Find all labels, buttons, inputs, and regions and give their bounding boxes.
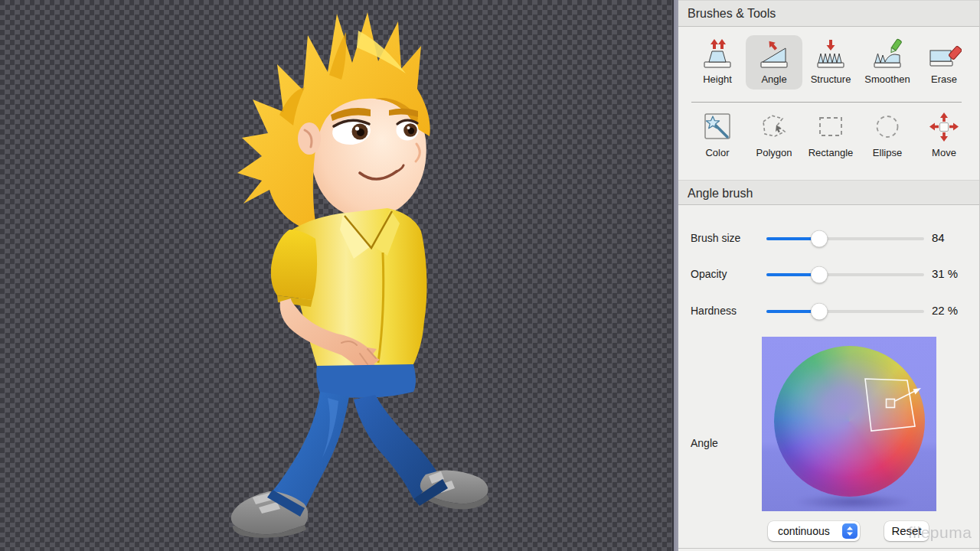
tool-height[interactable]: Height <box>689 35 746 90</box>
tool-ellipse[interactable]: Ellipse <box>859 109 916 163</box>
opacity-value: 31 % <box>932 267 958 280</box>
app-window: Brushes & Tools Height <box>0 0 980 551</box>
tool-label: Polygon <box>756 147 792 158</box>
tool-color[interactable]: Color <box>689 109 746 163</box>
slider-thumb[interactable] <box>812 304 828 320</box>
tool-rows-divider <box>691 102 962 103</box>
angle-slope-icon <box>756 38 792 72</box>
angle-brush-title: Angle brush <box>688 187 753 200</box>
tool-rectangle[interactable]: Rectangle <box>802 109 859 163</box>
brush-size-row: Brush size 84 <box>678 229 980 249</box>
tools-panel: Brushes & Tools Height <box>678 0 980 551</box>
character-illustration <box>0 0 672 551</box>
tool-label: Smoothen <box>864 73 910 85</box>
structure-zigzag-icon <box>813 38 848 72</box>
opacity-slider[interactable] <box>766 273 924 276</box>
angle-sphere-widget[interactable] <box>762 337 936 511</box>
select-stepper-icon <box>842 523 858 539</box>
selection-tool-row: Color Polygon Rectangle Ellipse <box>689 109 972 163</box>
slider-thumb[interactable] <box>812 231 828 247</box>
opacity-label: Opacity <box>691 268 727 280</box>
eraser-icon <box>926 38 962 72</box>
tool-angle[interactable]: Angle <box>746 35 802 90</box>
tool-label: Ellipse <box>873 147 902 158</box>
brush-tool-row: Height Angle Structure <box>689 35 972 90</box>
brush-size-label: Brush size <box>691 232 740 244</box>
panel-bottom-divider <box>678 548 979 549</box>
tool-label: Erase <box>931 73 957 85</box>
hardness-slider[interactable] <box>766 310 924 313</box>
angle-mode-value: continuous <box>778 525 830 537</box>
angle-label: Angle <box>691 437 718 449</box>
tool-erase[interactable]: Erase <box>916 35 972 90</box>
angle-brush-header: Angle brush <box>678 180 979 205</box>
tool-label: Angle <box>761 73 786 85</box>
reset-button[interactable]: Reset <box>884 521 929 541</box>
tool-move[interactable]: Move <box>916 109 972 163</box>
height-raise-icon <box>700 38 735 72</box>
tool-smoothen[interactable]: Smoothen <box>859 35 916 90</box>
move-arrows-icon <box>926 112 962 145</box>
slider-thumb[interactable] <box>812 267 828 283</box>
brushes-tools-title: Brushes & Tools <box>688 7 776 20</box>
tool-label: Color <box>705 147 729 158</box>
hardness-row: Hardness 22 % <box>678 302 980 321</box>
canvas-viewport[interactable] <box>0 0 672 551</box>
brushes-tools-header: Brushes & Tools <box>678 0 979 27</box>
angle-mode-select[interactable]: continuous <box>768 521 860 541</box>
opacity-row: Opacity 31 % <box>678 265 980 285</box>
tool-label: Rectangle <box>808 147 854 158</box>
brush-size-slider[interactable] <box>766 237 924 240</box>
magic-wand-icon <box>700 112 735 145</box>
reset-button-label: Reset <box>891 524 921 537</box>
dashed-ellipse-icon <box>870 112 905 145</box>
angle-plane-overlay <box>762 337 936 511</box>
tool-label: Height <box>703 73 732 85</box>
tool-label: Structure <box>811 73 851 85</box>
dashed-rectangle-icon <box>813 112 848 145</box>
tool-label: Move <box>932 147 956 158</box>
dashed-polygon-icon <box>756 112 792 145</box>
hardness-label: Hardness <box>691 305 737 317</box>
brush-size-value: 84 <box>932 231 945 244</box>
tool-structure[interactable]: Structure <box>802 35 859 90</box>
hardness-value: 22 % <box>932 304 958 317</box>
tool-polygon[interactable]: Polygon <box>746 109 802 163</box>
panel-divider <box>672 0 678 551</box>
smoothen-pen-icon <box>870 38 905 72</box>
